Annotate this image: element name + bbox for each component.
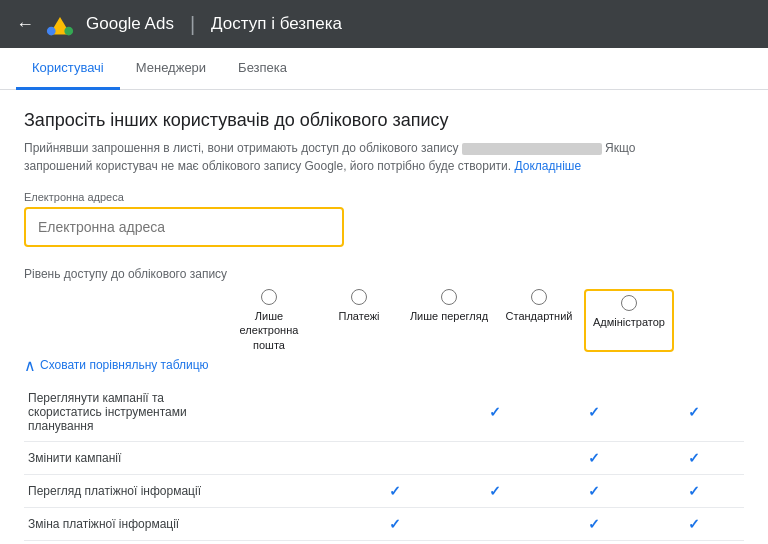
tab-users[interactable]: Користувачі — [16, 48, 120, 90]
table-row: Перегляд платіжної інформації - ✓ ✓ ✓ ✓ — [24, 474, 744, 507]
perm-admin-cell: ✓ — [644, 507, 744, 540]
access-option-payments: Платежі — [314, 289, 404, 352]
access-option-view-only-label: Лише перегляд — [410, 309, 488, 323]
page-description: Прийнявши запрошення в листі, вони отрим… — [24, 139, 644, 175]
perm-payments-cell: ✓ — [345, 507, 445, 540]
access-option-standard-label: Стандартний — [506, 309, 573, 323]
perm-view-cell: ✓ — [445, 540, 545, 544]
main-content: Запросіть інших користувачів до обліково… — [0, 90, 768, 544]
perm-admin-cell: ✓ — [644, 383, 744, 442]
header-divider: | — [190, 13, 195, 36]
table-row: Змінити кампанії - - - ✓ ✓ — [24, 441, 744, 474]
perm-name-cell: Перегляд платіжної інформації — [24, 474, 246, 507]
perm-view-cell: ✓ — [445, 474, 545, 507]
permissions-table: Переглянути кампанії та скористатись інс… — [24, 383, 744, 544]
header: ← Google Ads | Доступ і безпека — [0, 0, 768, 48]
access-level-section: Рівень доступу до облікового запису Лише… — [24, 267, 744, 375]
chevron-up-icon: ∧ — [24, 356, 36, 375]
svg-point-2 — [47, 27, 56, 36]
access-options-row: Лише електронна пошта Платежі Лише перег… — [24, 289, 744, 352]
access-options-list: Лише електронна пошта Платежі Лише перег… — [224, 289, 674, 352]
perm-email-cell: - — [246, 474, 346, 507]
perm-admin-cell: ✓ — [644, 540, 744, 544]
google-ads-logo-icon — [46, 10, 74, 38]
access-option-email-only-label: Лише електронна пошта — [224, 309, 314, 352]
email-field[interactable] — [24, 207, 344, 247]
perm-name-cell: Змінити кампанії — [24, 441, 246, 474]
page-title: Запросіть інших користувачів до обліково… — [24, 110, 744, 131]
access-option-payments-label: Платежі — [339, 309, 380, 323]
perm-payments-cell: ✓ — [345, 474, 445, 507]
svg-point-1 — [64, 27, 73, 36]
radio-view-only[interactable] — [441, 289, 457, 305]
perm-standard-cell: ✓ — [545, 540, 645, 544]
perm-view-cell: - — [445, 441, 545, 474]
access-option-admin: Адміністратор — [584, 289, 674, 352]
tabs-bar: Користувачі Менеджери Безпека — [0, 48, 768, 90]
perm-view-cell: - — [445, 507, 545, 540]
toggle-row: ∧ Сховати порівняльну таблицю — [24, 356, 744, 375]
perm-payments-cell: - — [345, 540, 445, 544]
back-button[interactable]: ← — [16, 14, 34, 35]
radio-admin[interactable] — [621, 295, 637, 311]
perm-admin-cell: ✓ — [644, 474, 744, 507]
access-level-label: Рівень доступу до облікового запису — [24, 267, 744, 281]
page-header-title: Доступ і безпека — [211, 14, 342, 34]
radio-standard[interactable] — [531, 289, 547, 305]
perm-name-cell: Переглянути кампанії та скористатись інс… — [24, 383, 246, 442]
email-input-group: Електронна адреса — [24, 191, 344, 247]
desc-text: Прийнявши запрошення в листі, вони отрим… — [24, 141, 458, 155]
access-option-email-only: Лише електронна пошта — [224, 289, 314, 352]
access-option-admin-label: Адміністратор — [593, 315, 665, 329]
perm-payments-cell: - — [345, 383, 445, 442]
tab-security[interactable]: Безпека — [222, 48, 303, 90]
perm-standard-cell: ✓ — [545, 383, 645, 442]
perm-email-cell: - — [246, 383, 346, 442]
table-row: Зміна платіжної інформації - ✓ - ✓ ✓ — [24, 507, 744, 540]
toggle-comparison-table[interactable]: Сховати порівняльну таблицю — [40, 358, 209, 372]
perm-standard-cell: ✓ — [545, 441, 645, 474]
app-name: Google Ads — [86, 14, 174, 34]
radio-payments[interactable] — [351, 289, 367, 305]
perm-standard-cell: ✓ — [545, 474, 645, 507]
perm-view-cell: ✓ — [445, 383, 545, 442]
perm-name-cell: Зміна платіжної інформації — [24, 507, 246, 540]
access-option-standard: Стандартний — [494, 289, 584, 352]
perm-email-cell: - — [246, 540, 346, 544]
perm-email-cell: - — [246, 441, 346, 474]
perm-payments-cell: - — [345, 441, 445, 474]
learn-more-link[interactable]: Докладніше — [515, 159, 582, 173]
perm-name-cell: Перегляд звітів — [24, 540, 246, 544]
perm-standard-cell: ✓ — [545, 507, 645, 540]
perm-admin-cell: ✓ — [644, 441, 744, 474]
redacted-account — [462, 143, 602, 155]
table-row: Перегляд звітів - - ✓ ✓ ✓ — [24, 540, 744, 544]
table-row: Переглянути кампанії та скористатись інс… — [24, 383, 744, 442]
access-option-view-only: Лише перегляд — [404, 289, 494, 352]
tab-managers[interactable]: Менеджери — [120, 48, 222, 90]
perm-email-cell: - — [246, 507, 346, 540]
email-label: Електронна адреса — [24, 191, 344, 203]
radio-email-only[interactable] — [261, 289, 277, 305]
